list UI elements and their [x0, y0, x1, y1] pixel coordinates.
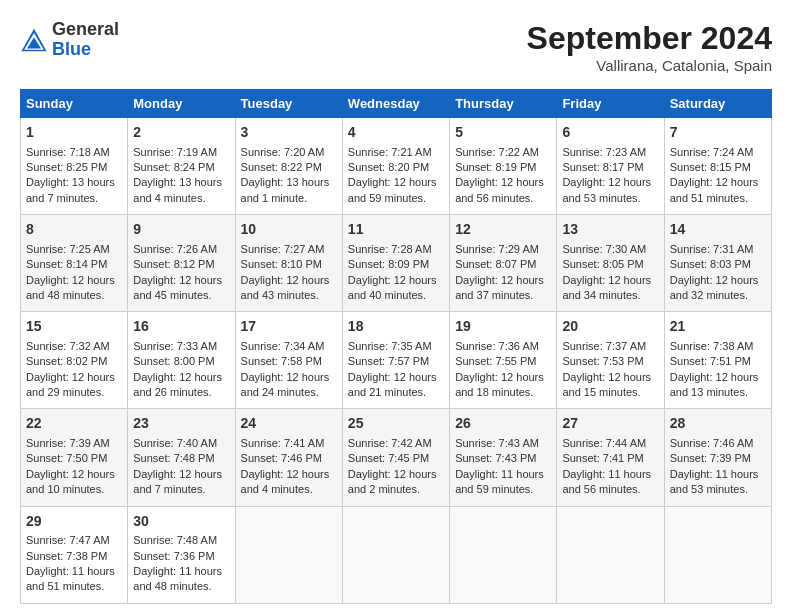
sunrise-text: Sunrise: 7:47 AM: [26, 533, 122, 548]
sunset-text: Sunset: 7:57 PM: [348, 354, 444, 369]
calendar-cell: 15Sunrise: 7:32 AMSunset: 8:02 PMDayligh…: [21, 312, 128, 409]
calendar-week-row: 22Sunrise: 7:39 AMSunset: 7:50 PMDayligh…: [21, 409, 772, 506]
sunset-text: Sunset: 8:24 PM: [133, 160, 229, 175]
calendar-cell: 14Sunrise: 7:31 AMSunset: 8:03 PMDayligh…: [664, 215, 771, 312]
calendar-body: 1Sunrise: 7:18 AMSunset: 8:25 PMDaylight…: [21, 118, 772, 604]
calendar-cell: 27Sunrise: 7:44 AMSunset: 7:41 PMDayligh…: [557, 409, 664, 506]
calendar-cell: 23Sunrise: 7:40 AMSunset: 7:48 PMDayligh…: [128, 409, 235, 506]
daylight-text: Daylight: 12 hours and 7 minutes.: [133, 467, 229, 498]
daylight-text: Daylight: 12 hours and 24 minutes.: [241, 370, 337, 401]
sunrise-text: Sunrise: 7:28 AM: [348, 242, 444, 257]
sunset-text: Sunset: 8:22 PM: [241, 160, 337, 175]
daylight-text: Daylight: 13 hours and 4 minutes.: [133, 175, 229, 206]
calendar-cell: 11Sunrise: 7:28 AMSunset: 8:09 PMDayligh…: [342, 215, 449, 312]
calendar-cell: 4Sunrise: 7:21 AMSunset: 8:20 PMDaylight…: [342, 118, 449, 215]
calendar-cell: 28Sunrise: 7:46 AMSunset: 7:39 PMDayligh…: [664, 409, 771, 506]
day-number: 18: [348, 317, 444, 337]
header: General Blue September 2024 Vallirana, C…: [20, 20, 772, 74]
sunset-text: Sunset: 8:17 PM: [562, 160, 658, 175]
calendar-cell: 5Sunrise: 7:22 AMSunset: 8:19 PMDaylight…: [450, 118, 557, 215]
calendar-cell: 13Sunrise: 7:30 AMSunset: 8:05 PMDayligh…: [557, 215, 664, 312]
daylight-text: Daylight: 12 hours and 26 minutes.: [133, 370, 229, 401]
day-number: 21: [670, 317, 766, 337]
day-number: 17: [241, 317, 337, 337]
day-number: 5: [455, 123, 551, 143]
day-number: 29: [26, 512, 122, 532]
sunrise-text: Sunrise: 7:20 AM: [241, 145, 337, 160]
sunset-text: Sunset: 8:20 PM: [348, 160, 444, 175]
sunrise-text: Sunrise: 7:23 AM: [562, 145, 658, 160]
month-year-title: September 2024: [527, 20, 772, 57]
day-number: 2: [133, 123, 229, 143]
sunset-text: Sunset: 7:36 PM: [133, 549, 229, 564]
sunset-text: Sunset: 7:55 PM: [455, 354, 551, 369]
logo-blue-text: Blue: [52, 39, 91, 59]
sunrise-text: Sunrise: 7:27 AM: [241, 242, 337, 257]
sunset-text: Sunset: 8:14 PM: [26, 257, 122, 272]
sunrise-text: Sunrise: 7:21 AM: [348, 145, 444, 160]
calendar-cell: 20Sunrise: 7:37 AMSunset: 7:53 PMDayligh…: [557, 312, 664, 409]
daylight-text: Daylight: 12 hours and 56 minutes.: [455, 175, 551, 206]
sunrise-text: Sunrise: 7:35 AM: [348, 339, 444, 354]
calendar-cell: 1Sunrise: 7:18 AMSunset: 8:25 PMDaylight…: [21, 118, 128, 215]
calendar-week-row: 8Sunrise: 7:25 AMSunset: 8:14 PMDaylight…: [21, 215, 772, 312]
day-number: 4: [348, 123, 444, 143]
sunset-text: Sunset: 7:41 PM: [562, 451, 658, 466]
day-number: 14: [670, 220, 766, 240]
sunset-text: Sunset: 8:05 PM: [562, 257, 658, 272]
day-number: 23: [133, 414, 229, 434]
sunset-text: Sunset: 7:38 PM: [26, 549, 122, 564]
daylight-text: Daylight: 12 hours and 2 minutes.: [348, 467, 444, 498]
title-block: September 2024 Vallirana, Catalonia, Spa…: [527, 20, 772, 74]
sunset-text: Sunset: 8:25 PM: [26, 160, 122, 175]
logo-general-text: General: [52, 19, 119, 39]
day-number: 9: [133, 220, 229, 240]
logo-text: General Blue: [52, 20, 119, 60]
sunrise-text: Sunrise: 7:46 AM: [670, 436, 766, 451]
daylight-text: Daylight: 11 hours and 53 minutes.: [670, 467, 766, 498]
sunset-text: Sunset: 8:15 PM: [670, 160, 766, 175]
daylight-text: Daylight: 12 hours and 15 minutes.: [562, 370, 658, 401]
sunset-text: Sunset: 8:09 PM: [348, 257, 444, 272]
sunset-text: Sunset: 7:48 PM: [133, 451, 229, 466]
sunset-text: Sunset: 7:45 PM: [348, 451, 444, 466]
daylight-text: Daylight: 12 hours and 40 minutes.: [348, 273, 444, 304]
calendar-header-friday: Friday: [557, 90, 664, 118]
calendar-cell: 24Sunrise: 7:41 AMSunset: 7:46 PMDayligh…: [235, 409, 342, 506]
sunset-text: Sunset: 8:03 PM: [670, 257, 766, 272]
sunrise-text: Sunrise: 7:40 AM: [133, 436, 229, 451]
calendar-header-row: SundayMondayTuesdayWednesdayThursdayFrid…: [21, 90, 772, 118]
calendar-header-tuesday: Tuesday: [235, 90, 342, 118]
calendar-cell: 8Sunrise: 7:25 AMSunset: 8:14 PMDaylight…: [21, 215, 128, 312]
calendar-cell: 3Sunrise: 7:20 AMSunset: 8:22 PMDaylight…: [235, 118, 342, 215]
day-number: 27: [562, 414, 658, 434]
sunrise-text: Sunrise: 7:34 AM: [241, 339, 337, 354]
calendar-cell: [557, 506, 664, 603]
sunrise-text: Sunrise: 7:26 AM: [133, 242, 229, 257]
calendar-cell: 17Sunrise: 7:34 AMSunset: 7:58 PMDayligh…: [235, 312, 342, 409]
sunrise-text: Sunrise: 7:24 AM: [670, 145, 766, 160]
sunrise-text: Sunrise: 7:41 AM: [241, 436, 337, 451]
daylight-text: Daylight: 12 hours and 48 minutes.: [26, 273, 122, 304]
daylight-text: Daylight: 12 hours and 51 minutes.: [670, 175, 766, 206]
sunrise-text: Sunrise: 7:30 AM: [562, 242, 658, 257]
sunset-text: Sunset: 8:10 PM: [241, 257, 337, 272]
daylight-text: Daylight: 13 hours and 1 minute.: [241, 175, 337, 206]
sunrise-text: Sunrise: 7:22 AM: [455, 145, 551, 160]
sunrise-text: Sunrise: 7:29 AM: [455, 242, 551, 257]
daylight-text: Daylight: 12 hours and 59 minutes.: [348, 175, 444, 206]
day-number: 30: [133, 512, 229, 532]
sunrise-text: Sunrise: 7:36 AM: [455, 339, 551, 354]
daylight-text: Daylight: 13 hours and 7 minutes.: [26, 175, 122, 206]
calendar-header-saturday: Saturday: [664, 90, 771, 118]
daylight-text: Daylight: 12 hours and 29 minutes.: [26, 370, 122, 401]
calendar-cell: 9Sunrise: 7:26 AMSunset: 8:12 PMDaylight…: [128, 215, 235, 312]
daylight-text: Daylight: 11 hours and 56 minutes.: [562, 467, 658, 498]
sunrise-text: Sunrise: 7:39 AM: [26, 436, 122, 451]
daylight-text: Daylight: 12 hours and 37 minutes.: [455, 273, 551, 304]
day-number: 16: [133, 317, 229, 337]
day-number: 8: [26, 220, 122, 240]
sunset-text: Sunset: 7:46 PM: [241, 451, 337, 466]
day-number: 22: [26, 414, 122, 434]
sunrise-text: Sunrise: 7:44 AM: [562, 436, 658, 451]
